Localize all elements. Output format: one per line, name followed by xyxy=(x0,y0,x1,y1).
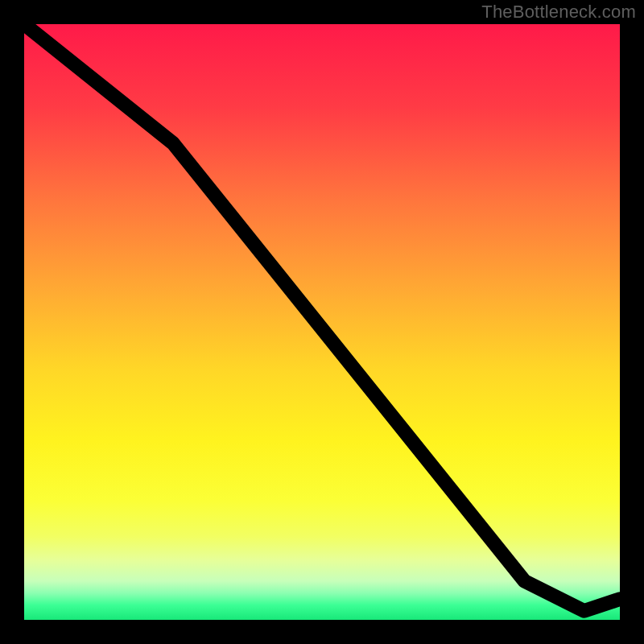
chart-stage: TheBottleneck.com xyxy=(0,0,644,644)
curve-layer xyxy=(24,24,620,620)
plot-area xyxy=(24,24,620,620)
watermark-text: TheBottleneck.com xyxy=(481,2,636,23)
bottleneck-curve xyxy=(24,24,620,611)
